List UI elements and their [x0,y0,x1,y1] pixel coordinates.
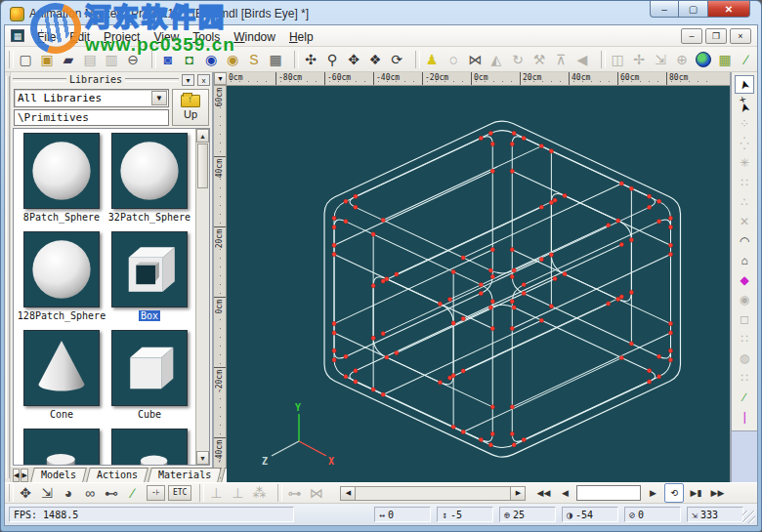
frame-input[interactable] [576,485,641,501]
control-point[interactable] [479,136,483,140]
control-point[interactable] [451,425,455,429]
control-point[interactable] [461,369,465,373]
control-point[interactable] [522,282,526,286]
end-icon[interactable]: ▶▶ [707,483,727,503]
control-point[interactable] [629,342,633,346]
library-add-icon[interactable]: ◘ [179,50,200,69]
prev-frame-icon[interactable]: ◀ [555,483,574,503]
control-point[interactable] [510,274,514,278]
rewind-icon[interactable]: ◀◀ [533,483,553,503]
control-point[interactable] [510,142,514,145]
control-point[interactable] [354,369,358,373]
library-item-Cone[interactable]: Cone [18,330,106,429]
bone-add-icon[interactable]: ∕ [735,388,754,406]
control-point[interactable] [490,431,494,435]
control-point[interactable] [461,430,465,433]
rotate-mode-icon[interactable]: ◕ [58,483,79,503]
control-point[interactable] [512,306,516,309]
control-point[interactable] [490,300,494,304]
control-point[interactable] [668,216,672,220]
control-point[interactable] [479,282,483,286]
control-point[interactable] [522,437,526,441]
select-ring-icon[interactable]: ◌ [443,50,464,69]
control-point[interactable] [668,331,672,335]
play-icon[interactable]: ▶ [643,483,662,503]
muscle-mode-icon[interactable]: ❘ [735,407,754,426]
control-point[interactable] [447,297,451,301]
combo-dropdown-icon[interactable]: ▼ [151,91,167,105]
lasso-poly-icon[interactable]: ⌂ [735,251,754,269]
control-point[interactable] [354,205,358,209]
control-point[interactable] [668,357,672,361]
bone-green-icon[interactable]: ∕ [736,50,757,69]
maximize-button[interactable]: ▢ [679,1,707,18]
loop-icon[interactable]: ⟲ [664,483,684,503]
next-frame-icon[interactable]: ▶▮ [686,483,705,503]
library-item-Cube[interactable]: Cube [106,330,193,429]
control-point[interactable] [668,321,672,325]
control-point[interactable] [371,388,375,391]
control-point[interactable] [395,350,399,354]
library-blue-icon[interactable]: ◙ [157,50,179,69]
pointer-icon[interactable]: ➤ [735,75,754,94]
control-point[interactable] [553,276,557,280]
control-point[interactable] [549,253,553,257]
control-point[interactable] [616,219,620,223]
bone-icon[interactable]: ⋈ [464,50,486,69]
control-point[interactable] [510,300,514,304]
save-file-icon[interactable]: ▰ [58,50,79,69]
control-point[interactable] [539,257,543,261]
tabs-scroll-left-icon[interactable]: ◀ [13,469,20,482]
cage-icon[interactable]: ▦ [714,50,736,69]
padlock-gold-icon[interactable]: ◉ [222,50,243,69]
libraries-close-button[interactable]: x [197,74,210,86]
move-mode-icon[interactable]: ✥ [15,483,36,503]
control-point[interactable] [512,268,516,272]
up-folder-button[interactable]: Up [172,89,209,126]
control-point[interactable] [451,321,455,325]
lasso-icon[interactable]: ◠ [735,231,754,250]
control-point[interactable] [510,247,514,251]
control-point[interactable] [647,205,651,209]
control-point[interactable] [629,186,633,190]
library-item-128Patch_Sphere[interactable]: 128Patch_Sphere [18,231,106,330]
pointer-add-icon[interactable]: ➤+ [735,95,754,113]
control-point[interactable] [619,242,623,246]
library-filter-combo[interactable]: All Libraries ▼ [14,89,169,107]
control-point[interactable] [385,355,389,359]
pan-hand-icon[interactable]: ✣ [300,50,321,69]
control-point[interactable] [563,193,567,197]
mini-button-1[interactable]: ETC [168,485,191,501]
control-point[interactable] [668,243,672,247]
library-item-32Patch_Sphere[interactable]: 32Patch_Sphere [106,133,193,231]
control-point[interactable] [488,131,492,135]
control-point[interactable] [332,225,336,229]
mdi-close-button[interactable]: × [730,28,751,44]
control-point[interactable] [563,272,567,276]
dock-grip[interactable] [5,72,11,482]
control-point[interactable] [656,375,660,379]
control-point[interactable] [539,318,543,322]
control-point[interactable] [354,380,358,384]
control-point[interactable] [488,306,492,309]
control-point[interactable] [539,143,543,147]
control-point[interactable] [607,302,611,306]
control-point[interactable] [332,357,336,361]
control-point[interactable] [371,336,375,340]
control-point[interactable] [332,321,336,325]
control-point[interactable] [461,316,465,320]
menu-edit[interactable]: Edit [63,28,97,46]
control-point[interactable] [647,369,651,373]
control-point[interactable] [656,220,660,224]
frame-scroll-left-icon[interactable]: ◀ [341,487,356,500]
control-point[interactable] [479,291,483,295]
zoom-fit-icon[interactable]: ✥ [343,50,364,69]
libraries-pin-button[interactable]: ▾ [182,74,194,86]
menu-file[interactable]: File [30,28,63,46]
earth-icon[interactable] [693,50,714,69]
control-point[interactable] [490,142,494,145]
scale-mode-icon[interactable]: ⇲ [36,483,58,503]
control-point[interactable] [381,392,385,396]
control-point[interactable] [438,302,442,306]
mdi-restore-button[interactable]: ❐ [705,28,727,44]
